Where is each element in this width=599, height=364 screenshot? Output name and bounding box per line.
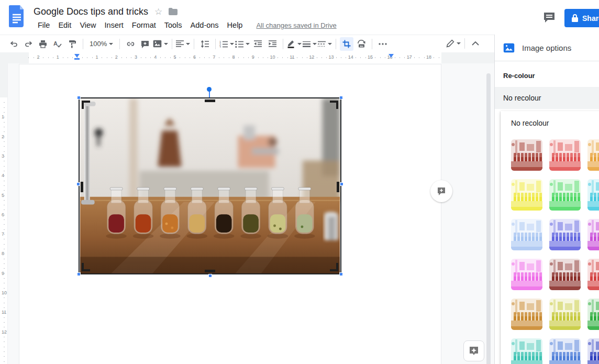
recolor-swatch-dark-blue[interactable]: [587, 338, 599, 364]
bulleted-list-button[interactable]: [235, 37, 250, 51]
ruler-tick: [385, 57, 385, 58]
vertical-scrollbar[interactable]: [486, 73, 491, 364]
crop-handle-bottom-right[interactable]: [330, 263, 338, 271]
recolour-swatch-grid: [501, 134, 599, 364]
recolor-swatch-bright-red[interactable]: [587, 259, 599, 290]
undo-button[interactable]: [7, 37, 20, 51]
right-indent-marker[interactable]: [389, 54, 394, 58]
ruler-tick: [4, 356, 5, 357]
zoom-select[interactable]: 100%: [86, 40, 116, 48]
open-comments-icon[interactable]: [542, 10, 556, 24]
recolor-swatch-blue[interactable]: [549, 338, 581, 364]
add-comment-fab[interactable]: [430, 180, 452, 202]
hide-menus-button[interactable]: [469, 37, 482, 50]
recolor-swatch-teal[interactable]: [511, 338, 542, 364]
border-weight-button[interactable]: [303, 37, 317, 51]
resize-handle-right[interactable]: [340, 182, 343, 186]
align-button[interactable]: [176, 37, 190, 51]
toolbar: A 100% 123: [0, 35, 494, 52]
crop-handle-top-right[interactable]: [330, 101, 338, 109]
chevron-down-icon: [297, 43, 302, 45]
border-color-button[interactable]: [287, 37, 302, 51]
menu-tools[interactable]: Tools: [160, 19, 186, 31]
ruler-tick: [34, 57, 34, 58]
editing-mode-button[interactable]: [446, 37, 461, 50]
rotate-handle[interactable]: [207, 87, 212, 92]
star-icon[interactable]: ☆: [154, 7, 162, 16]
recolor-swatch-maroon[interactable]: [549, 259, 581, 290]
insert-image-button[interactable]: [153, 37, 168, 51]
line-spacing-button[interactable]: [198, 37, 212, 51]
increase-indent-button[interactable]: [265, 37, 279, 51]
spell-check-button[interactable]: A: [51, 37, 64, 51]
ruler-tick: [287, 57, 288, 58]
recolor-swatch-purple[interactable]: [587, 219, 599, 250]
recolour-option-none[interactable]: No recolour: [501, 111, 599, 134]
ruler-tick: [380, 57, 381, 58]
toolbar-separator: [119, 39, 120, 49]
left-indent-marker[interactable]: [74, 54, 80, 58]
menu-edit[interactable]: Edit: [54, 19, 75, 31]
google-docs-window: Google Docs tips and tricks ☆ FileEditVi…: [0, 0, 599, 364]
menu-addons[interactable]: Add-ons: [186, 19, 223, 31]
selected-image[interactable]: [79, 97, 341, 274]
resize-handle-left[interactable]: [76, 182, 80, 186]
menu-format[interactable]: Format: [128, 19, 160, 31]
menu-help[interactable]: Help: [223, 19, 247, 31]
insert-link-button[interactable]: [124, 37, 137, 51]
recolor-swatch-orange[interactable]: [587, 139, 599, 171]
menu-file[interactable]: File: [34, 19, 54, 31]
border-dash-button[interactable]: [318, 37, 332, 51]
ruler-tick: [4, 327, 5, 327]
menu-insert[interactable]: Insert: [101, 19, 128, 31]
crop-handle-right[interactable]: [337, 182, 339, 192]
ruler-tick: [278, 57, 278, 58]
recolor-swatch-light-blue[interactable]: [511, 219, 542, 250]
explore-button[interactable]: [463, 340, 484, 361]
ruler-tick: [317, 57, 317, 58]
crop-handle-top[interactable]: [205, 100, 215, 102]
share-button[interactable]: Share: [564, 9, 599, 27]
move-folder-icon[interactable]: [169, 8, 178, 15]
recolor-swatch-green[interactable]: [549, 179, 581, 211]
google-docs-logo-icon[interactable]: [9, 5, 25, 27]
resize-handle-top-left[interactable]: [77, 96, 81, 100]
numbered-list-button[interactable]: 123: [219, 37, 234, 51]
redo-button[interactable]: [21, 37, 35, 51]
print-button[interactable]: [36, 37, 50, 51]
crop-handle-bottom-left[interactable]: [82, 263, 90, 271]
resize-handle-bottom-right[interactable]: [339, 272, 343, 276]
recolor-swatch-dark-green[interactable]: [587, 299, 599, 330]
paint-format-button[interactable]: [65, 37, 79, 51]
ruler-tick: [268, 57, 268, 58]
crop-handle-left[interactable]: [81, 182, 83, 192]
resize-handle-top-right[interactable]: [339, 96, 343, 100]
recolor-swatch-red[interactable]: [549, 139, 581, 171]
ruler-tick: [365, 57, 366, 58]
ruler-tick: [4, 244, 5, 245]
resize-handle-bottom-left[interactable]: [77, 272, 81, 276]
save-status[interactable]: All changes saved in Drive: [256, 21, 336, 29]
more-options-button[interactable]: [376, 37, 390, 51]
recolor-swatch-dark-red[interactable]: [511, 139, 542, 171]
recolor-swatch-cyan[interactable]: [587, 179, 599, 211]
recolor-swatch-blue-violet[interactable]: [549, 219, 581, 250]
resize-handle-bottom[interactable]: [208, 274, 212, 278]
recolor-swatch-magenta[interactable]: [511, 259, 542, 290]
crop-handle-top-left[interactable]: [82, 101, 90, 109]
crop-image-button[interactable]: [340, 37, 353, 51]
document-title[interactable]: Google Docs tips and tricks: [34, 6, 148, 17]
recolor-swatch-yellow[interactable]: [511, 179, 542, 211]
menu-view[interactable]: View: [75, 19, 100, 31]
add-comment-button[interactable]: [138, 37, 152, 51]
replace-image-button[interactable]: [354, 37, 368, 51]
ruler-tick: [4, 122, 5, 123]
recolor-swatch-olive[interactable]: [549, 299, 581, 330]
recolor-swatch-amber[interactable]: [511, 299, 542, 330]
left-indent-bar[interactable]: [74, 58, 80, 60]
ruler-tick: [194, 57, 195, 58]
decrease-indent-button[interactable]: [251, 37, 264, 51]
toolbar-separator: [83, 39, 83, 49]
crop-handle-bottom[interactable]: [205, 270, 215, 272]
recolour-select[interactable]: No recolour: [495, 87, 599, 109]
